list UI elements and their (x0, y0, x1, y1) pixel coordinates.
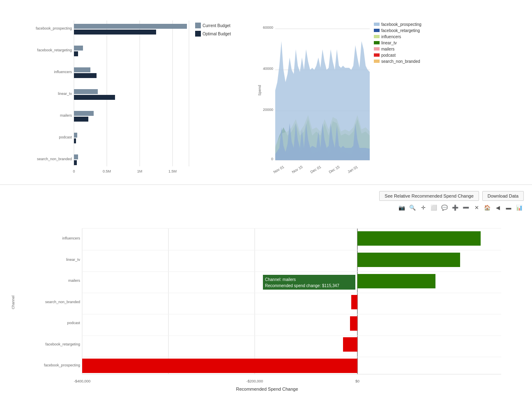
legend-search: search_non_branded (381, 59, 420, 64)
autoscale-icon[interactable]: ✕ (472, 203, 481, 212)
y-axis-spend-label: Spend (258, 85, 262, 96)
bottom-toolbar: See Relative Recommended Spend Change Do… (0, 189, 532, 203)
bar-fb-retargeting (343, 337, 357, 352)
tooltip-mailers-channel: Channel: mailers (265, 277, 296, 282)
y-label-mailers: mailers (60, 113, 72, 117)
search-current-bar (74, 154, 78, 159)
fb-retargeting-optimal-bar (74, 51, 78, 56)
bar-mailers (357, 274, 435, 288)
fb-retargeting-current-bar (74, 46, 83, 51)
bottom-section: See Relative Recommended Spend Change Do… (0, 185, 532, 408)
y-0: 0 (271, 157, 273, 161)
y-axis-channel-label: Channel (11, 295, 15, 309)
podcast-current-bar (74, 133, 77, 138)
x-minus400k: -$400,000 (74, 379, 91, 383)
legend-podcast: podcast (381, 53, 396, 58)
left-svg: Current Budget Optimal Budget facebook_p… (8, 8, 238, 181)
legend-fb-retargeting-icon (374, 29, 380, 32)
y-label-podcast: podcast (59, 135, 72, 139)
forward-icon[interactable]: ▬ (504, 203, 513, 212)
select-icon[interactable]: ⬜ (429, 203, 438, 212)
legend-fb-prospecting: facebook_prospecting (381, 22, 421, 27)
y-label-influencers: influencers (54, 70, 72, 74)
optimal-budget-legend-label: Optimal Budget (203, 32, 231, 36)
zoom-out-icon[interactable]: ➖ (461, 203, 470, 212)
x-jan01: Jan 01 (347, 165, 358, 174)
y-influencers: influencers (62, 236, 80, 240)
legend-influencers-icon (374, 35, 380, 38)
influencers-optimal-bar (74, 73, 97, 78)
y-search: search_non_branded (45, 300, 80, 304)
x-label-1m: 1M (137, 169, 143, 173)
x-minus200k: -$200,000 (246, 379, 263, 383)
download-data-btn[interactable]: Download Data (482, 191, 524, 201)
legend-influencers: influencers (381, 35, 401, 39)
bottom-svg: influencers linear_tv mailers search_non… (8, 214, 524, 391)
current-budget-legend-icon (195, 23, 201, 28)
legend-fb-prospecting-icon (374, 23, 380, 26)
y-label-search: search_non_branded (37, 157, 72, 161)
legend-mailers-icon (374, 47, 380, 51)
lasso-icon[interactable]: 💬 (440, 203, 449, 212)
x-dec01: Dec 01 (310, 165, 322, 174)
y-label-linear-tv: linear_tv (58, 92, 72, 96)
y-mailers: mailers (68, 279, 81, 283)
y-linear-tv: linear_tv (66, 258, 81, 262)
bar-search (351, 295, 357, 309)
budget-bar-chart: Current Budget Optimal Budget facebook_p… (0, 0, 246, 184)
legend-linear-tv: linear_tv (381, 41, 397, 45)
bar-linear-tv (357, 253, 460, 267)
search-optimal-bar (74, 160, 77, 165)
spend-area-chart: facebook_prospecting facebook_retargetin… (246, 0, 532, 184)
zoom-icon[interactable]: 🔍 (408, 203, 417, 212)
x-nov15: Nov 15 (291, 165, 304, 174)
y-podcast: podcast (67, 321, 80, 325)
current-budget-legend-label: Current Budget (203, 23, 230, 28)
x-axis-title: Recommended Spend Change (236, 387, 298, 391)
mailers-optimal-bar (74, 117, 88, 122)
x-zero: $0 (355, 379, 359, 383)
tooltip-mailers-value: Recommended spend change: $115,347 (265, 283, 339, 288)
area-fb-prospecting (275, 41, 370, 160)
y-20000: 20000 (263, 108, 273, 112)
bar-influencers (357, 231, 481, 246)
mailers-current-bar (74, 111, 94, 116)
legend-mailers: mailers (381, 47, 394, 51)
camera-icon[interactable]: 📷 (397, 203, 406, 212)
x-label-0: 0 (73, 169, 75, 173)
legend-podcast-icon (374, 53, 380, 57)
y-label-fb-retargeting: facebook_retargeting (37, 48, 72, 52)
influencers-current-bar (74, 67, 90, 72)
bottom-chart: influencers linear_tv mailers search_non… (0, 214, 532, 392)
see-relative-btn[interactable]: See Relative Recommended Spend Change (379, 191, 479, 201)
x-label-05m: 0.5M (103, 169, 111, 173)
zoom-in-icon[interactable]: ➕ (451, 203, 460, 212)
optimal-budget-legend-icon (195, 31, 201, 37)
linear-tv-current-bar (74, 89, 98, 94)
y-fb-prospecting: facebook_prospecting (44, 363, 80, 367)
fb-prospecting-optimal-bar (74, 30, 156, 35)
bar-fb-prospecting (82, 359, 357, 373)
right-svg: facebook_prospecting facebook_retargetin… (255, 8, 472, 181)
x-nov01: Nov 01 (273, 165, 285, 174)
y-60000: 60000 (263, 25, 273, 30)
y-fb-retargeting: facebook_retargeting (45, 342, 80, 346)
home-icon[interactable]: 🏠 (483, 203, 492, 212)
y-40000: 40000 (263, 67, 273, 71)
legend-fb-retargeting: facebook_retargeting (381, 28, 420, 33)
legend-search-icon (374, 60, 380, 63)
pan-icon[interactable]: ✛ (419, 203, 428, 212)
legend-linear-tv-icon (374, 41, 380, 44)
y-label-fb-prospecting: facebook_prospecting (36, 26, 72, 30)
x-label-15m: 1.5M (168, 169, 177, 173)
icon-toolbar: 📷 🔍 ✛ ⬜ 💬 ➕ ➖ ✕ 🏠 ◀ ▬ 📊 (0, 203, 532, 214)
bar-chart-icon[interactable]: 📊 (515, 203, 524, 212)
x-dec15: Dec 15 (328, 165, 341, 174)
linear-tv-optimal-bar (74, 95, 115, 100)
back-icon[interactable]: ◀ (493, 203, 502, 212)
bar-podcast (350, 316, 357, 331)
fb-prospecting-current-bar (74, 24, 187, 29)
podcast-optimal-bar (74, 138, 76, 143)
